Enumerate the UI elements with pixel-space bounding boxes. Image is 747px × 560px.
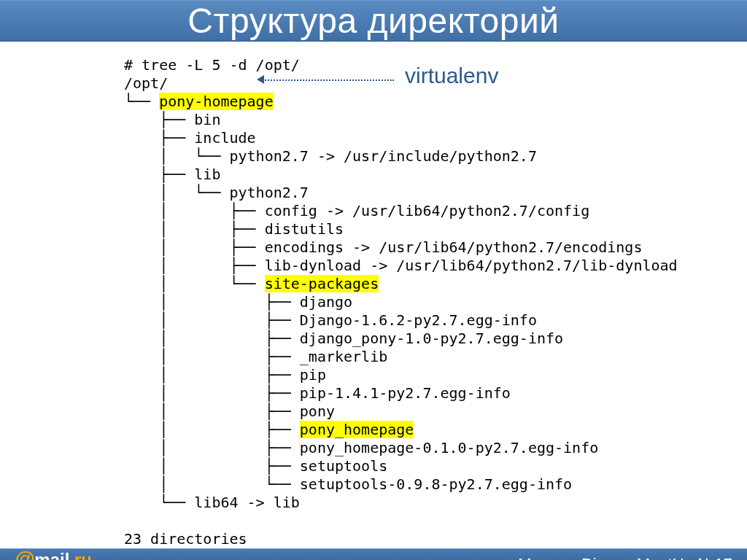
- tree-site-packages: site-packages: [265, 275, 379, 292]
- logo-ru: .ru: [69, 551, 92, 560]
- tree-include: include: [194, 129, 255, 147]
- arrow-line: [263, 79, 394, 81]
- tree-pony-homepage-pkg: pony_homepage: [300, 421, 414, 438]
- footer-bar: @mail.ru group Moscow Django MeetUp №17: [0, 548, 747, 560]
- tree-dynload: lib-dynload -> /usr/lib64/python2.7/lib-…: [265, 257, 678, 274]
- tree-lib: lib: [194, 166, 220, 183]
- tree-output: # tree -L 5 -d /opt/ /opt/ └── pony-home…: [124, 56, 747, 548]
- tree-bin: bin: [194, 111, 220, 128]
- tree-markerlib: _markerlib: [300, 348, 387, 365]
- tree-lib64: lib64 -> lib: [194, 494, 300, 511]
- tree-pony-homepage-egg: pony_homepage-0.1.0-py2.7.egg-info: [300, 439, 598, 456]
- tree-distutils: distutils: [265, 220, 344, 238]
- tree-django-pony: django_pony-1.0-py2.7.egg-info: [300, 330, 563, 347]
- footer-event: Moscow Django MeetUp №17: [518, 555, 732, 561]
- tree-setuptools-egg: setuptools-0.9.8-py2.7.egg-info: [300, 475, 572, 493]
- tree-summary: 23 directories: [124, 530, 247, 548]
- tree-django: django: [300, 293, 352, 311]
- slide-title: Структура директорий: [187, 1, 559, 41]
- tree-django-egg: Django-1.6.2-py2.7.egg-info: [300, 311, 537, 329]
- logo-at: @: [15, 549, 34, 560]
- tree-pip-egg: pip-1.4.1-py2.7.egg-info: [300, 384, 511, 402]
- tree-py-lib: python2.7: [230, 184, 309, 201]
- title-bar: Структура директорий: [0, 0, 747, 42]
- arrow-icon: [257, 75, 264, 84]
- logo-mail: mail: [34, 551, 69, 560]
- logo: @mail.ru group: [15, 549, 92, 560]
- tree-pony: pony: [300, 402, 335, 420]
- tree-pony-homepage: pony-homepage: [159, 93, 274, 110]
- tree-py-include: python2.7 -> /usr/include/python2.7: [230, 147, 537, 165]
- tree-cmd: # tree -L 5 -d /opt/: [124, 56, 300, 74]
- tree-encodings: encodings -> /usr/lib64/python2.7/encodi…: [265, 238, 643, 256]
- content-area: virtualenv # tree -L 5 -d /opt/ /opt/ └─…: [0, 42, 747, 548]
- tree-setuptools: setuptools: [300, 457, 387, 475]
- slide: Структура директорий virtualenv # tree -…: [0, 0, 747, 560]
- tree-root: /opt/: [124, 74, 168, 92]
- callout-label: virtualenv: [405, 63, 498, 88]
- tree-pip: pip: [300, 366, 326, 384]
- tree-config: config -> /usr/lib64/python2.7/config: [265, 202, 590, 219]
